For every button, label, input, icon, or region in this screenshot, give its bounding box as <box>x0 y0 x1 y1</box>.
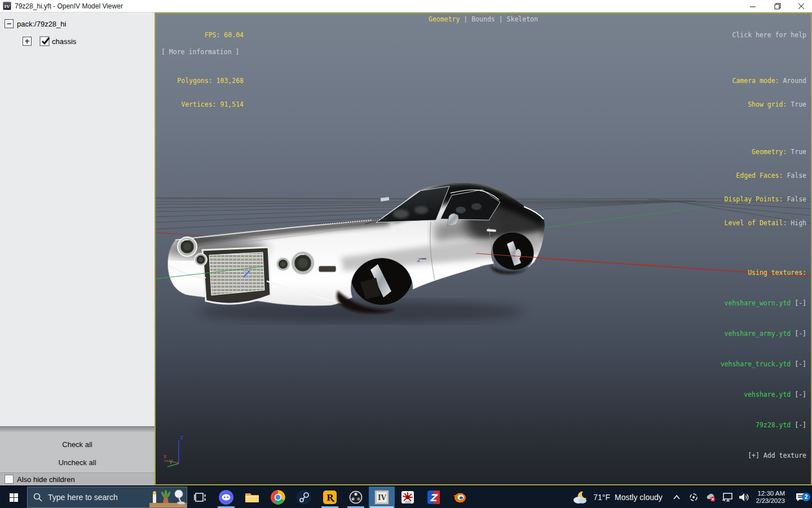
axis-x-label: x <box>163 453 167 460</box>
notification-badge: 2 <box>802 493 810 501</box>
zmodeler-button[interactable]: Z <box>421 487 447 508</box>
search-icon <box>33 493 42 502</box>
fps-value: FPS: 60.04 <box>161 31 244 39</box>
check-icon <box>41 36 51 46</box>
texture-row[interactable]: vehshare.ytd [-] <box>721 389 806 400</box>
edged-faces-row: Edged Faces: False <box>725 172 806 179</box>
side-marker <box>319 266 336 272</box>
show-grid-row: Show grid: True <box>725 100 806 108</box>
weather-widget[interactable]: 71°F Mostly cloudy <box>572 490 663 505</box>
svg-text:★: ★ <box>332 499 335 503</box>
geometry-row: Geometry: True <box>725 148 806 156</box>
paint-splatter-button[interactable] <box>395 487 421 508</box>
discord-icon <box>219 490 233 505</box>
view-mode-tabs: Geometry | Bounds | Skeleton <box>156 15 811 23</box>
tab-skeleton[interactable]: Skeleton <box>507 15 538 23</box>
volume-tray-button[interactable] <box>738 489 751 505</box>
car-model-render: Z <box>156 14 811 484</box>
task-view-button[interactable] <box>187 487 213 508</box>
also-hide-children-row[interactable]: Also hide children <box>0 472 155 485</box>
obs-button[interactable] <box>343 487 369 508</box>
remove-texture-button[interactable]: [-] <box>791 299 806 307</box>
chassis-checkbox[interactable] <box>39 36 50 46</box>
add-texture-button[interactable]: [+] Add texture <box>721 450 806 461</box>
remove-texture-button[interactable]: [-] <box>791 360 806 368</box>
texture-row[interactable]: vehshare_worn.ytd [-] <box>721 298 806 308</box>
texture-row[interactable]: vehshare_army.ytd [-] <box>721 329 806 339</box>
remove-texture-button[interactable]: [-] <box>791 330 806 338</box>
zmodeler-icon: Z <box>426 490 441 505</box>
close-button[interactable] <box>792 0 811 12</box>
axis-y-label: y <box>169 457 173 465</box>
network-icon <box>722 493 733 502</box>
openiv-icon: IV <box>374 490 389 505</box>
restore-button[interactable] <box>768 0 787 12</box>
clock-time: 12:30 AM <box>756 490 785 497</box>
render-stats: FPS: 60.04 Polygons: 103,268 Vertices: 9… <box>161 15 244 124</box>
game-bar-icon <box>689 492 699 502</box>
display-points-row: Display Points: False <box>725 195 806 203</box>
expand-icon[interactable]: + <box>23 37 32 46</box>
taskbar-app-buttons: R ★ IV <box>187 487 473 508</box>
tray-chevron-button[interactable] <box>670 489 683 505</box>
tree-item-chassis[interactable]: + chassis <box>23 35 76 47</box>
chrome-icon <box>271 490 285 505</box>
level-of-detail-row: Level of Detail: High <box>725 219 806 227</box>
task-view-icon <box>194 492 206 503</box>
help-link[interactable]: Click here for help <box>725 31 806 39</box>
action-center-button[interactable]: 2 <box>789 492 812 502</box>
file-explorer-button[interactable] <box>239 487 265 508</box>
rockstar-button[interactable]: R ★ <box>317 487 343 508</box>
collapse-icon[interactable]: − <box>5 19 14 28</box>
model-tree-panel: − pack:/79z28_hi + chassis Check all Unc… <box>0 12 155 485</box>
tab-bounds[interactable]: Bounds <box>471 15 495 23</box>
rockstar-icon: R ★ <box>323 490 337 505</box>
texture-row[interactable]: 79z28.ytd [-] <box>721 420 806 430</box>
start-button[interactable] <box>0 487 27 508</box>
openiv-button[interactable]: IV <box>369 487 395 508</box>
polygons-value: Polygons: 103,268 <box>161 77 244 85</box>
model-viewport[interactable]: Z <box>155 12 812 485</box>
window-title: 79z28_hi.yft - OpenIV Model Viewer <box>15 2 123 10</box>
blender-button[interactable] <box>447 487 473 508</box>
remove-texture-button[interactable]: [-] <box>791 391 806 398</box>
tree-item-pack-label: pack:/79z28_hi <box>17 20 66 28</box>
axis-gizmo: z x y <box>163 433 184 467</box>
network-tray-button[interactable] <box>721 489 734 505</box>
check-all-button[interactable]: Check all <box>0 436 155 453</box>
taskbar-search[interactable]: Type here to search <box>27 487 187 508</box>
taskbar-clock[interactable]: 12:30 AM 2/23/2023 <box>756 490 785 505</box>
windows-start-icon <box>10 493 18 502</box>
paint-splatter-icon <box>400 490 415 505</box>
tree-footer: Check all Uncheck all Also hide children <box>0 432 155 485</box>
tab-geometry[interactable]: Geometry <box>429 15 460 23</box>
close-icon <box>798 3 805 10</box>
openiv-window: IV 79z28_hi.yft - OpenIV Model Viewer − … <box>0 0 812 508</box>
chevron-up-icon <box>673 495 680 500</box>
remove-texture-button[interactable]: [-] <box>791 421 806 429</box>
also-hide-children-label: Also hide children <box>17 475 75 484</box>
texture-list-header: Using textures: <box>721 268 806 278</box>
weather-icon <box>572 490 589 505</box>
viewer-settings: Click here for help Camera mode: Around … <box>725 15 806 243</box>
steam-button[interactable] <box>291 487 317 508</box>
onedrive-tray-button[interactable] <box>704 489 717 505</box>
search-decoration-image <box>149 487 187 507</box>
game-bar-tray-button[interactable] <box>687 489 700 505</box>
uncheck-all-button[interactable]: Uncheck all <box>0 454 155 471</box>
windows-taskbar: Type here to search <box>0 485 812 508</box>
front-grille: Z <box>202 247 271 304</box>
restore-icon <box>774 3 781 10</box>
axis-z-label: z <box>180 433 184 441</box>
cloud-error-icon <box>705 492 716 502</box>
texture-list: Using textures: vehshare_worn.ytd [-] ve… <box>721 247 806 481</box>
blender-icon <box>452 490 467 505</box>
also-hide-children-checkbox[interactable] <box>5 475 14 484</box>
more-information-link[interactable]: [ More information ] <box>161 48 239 56</box>
minimize-button[interactable] <box>743 0 762 12</box>
tree-item-pack[interactable]: − pack:/79z28_hi <box>5 17 66 30</box>
chrome-button[interactable] <box>265 487 291 508</box>
discord-button[interactable] <box>213 487 239 508</box>
texture-row[interactable]: vehshare_truck.ytd [-] <box>721 359 806 369</box>
speaker-icon <box>739 493 750 502</box>
